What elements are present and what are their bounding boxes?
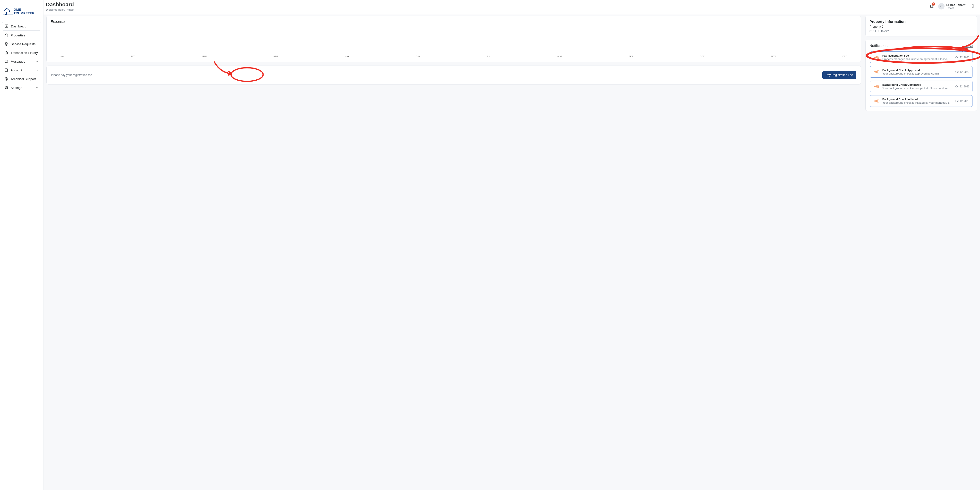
notification-item-pay-registration-fee[interactable]: Pay Registration Fee Property manager ha… bbox=[870, 51, 972, 63]
expense-title: Expense bbox=[51, 19, 857, 24]
nav-label: Service Requests bbox=[11, 42, 35, 46]
notification-title: Pay Registration Fee bbox=[882, 54, 953, 57]
month-label: JUL bbox=[487, 55, 491, 57]
svg-rect-5 bbox=[5, 69, 7, 71]
property-info-card: Property Information Property 2 315 E 12… bbox=[865, 16, 977, 36]
notifications-header: Notifications View All bbox=[869, 43, 973, 49]
notification-desc: Your background check is initiated by yo… bbox=[882, 101, 953, 104]
pay-registration-message: Please pay your registration fee bbox=[51, 73, 92, 77]
nav-label: Messages bbox=[11, 60, 25, 63]
notifications-view-all[interactable]: View All bbox=[964, 45, 973, 48]
notifications-card: Notifications View All Pay Registration … bbox=[865, 40, 977, 111]
expense-card: Expense JAN FEB MAR APR MAY JUN JUL AUG … bbox=[46, 16, 861, 62]
chevron-down-icon bbox=[35, 86, 39, 89]
notification-date: Oct 12, 2023 bbox=[956, 56, 969, 59]
month-label: JAN bbox=[60, 55, 64, 57]
notification-date: Oct 12, 2023 bbox=[956, 85, 969, 88]
support-icon bbox=[4, 77, 8, 81]
bank-icon bbox=[4, 51, 8, 55]
sidebar: OME TRUMPETER Dashboard Properties Servi… bbox=[0, 0, 43, 490]
notification-desc: Your background check is approved by Adm… bbox=[882, 72, 953, 75]
nav-label: Account bbox=[11, 68, 22, 72]
notifications-bell[interactable]: 4 bbox=[929, 3, 935, 10]
expense-months-axis: JAN FEB MAR APR MAY JUN JUL AUG SEP OCT … bbox=[51, 55, 857, 57]
property-address: 315 E 12th Ave bbox=[869, 29, 973, 33]
sidebar-item-messages[interactable]: Messages bbox=[2, 57, 41, 65]
sidebar-item-settings[interactable]: Settings bbox=[2, 84, 41, 92]
month-label: NOV bbox=[771, 55, 776, 57]
clipboard-icon bbox=[4, 68, 8, 72]
sidebar-nav: Dashboard Properties Service Requests Tr… bbox=[0, 22, 43, 92]
notifications-badge: 4 bbox=[932, 2, 935, 6]
brand-logo: OME TRUMPETER bbox=[0, 2, 43, 22]
svg-point-8 bbox=[6, 87, 7, 88]
sidebar-item-properties[interactable]: Properties bbox=[2, 31, 41, 39]
svg-rect-4 bbox=[5, 60, 8, 62]
content-left: Expense JAN FEB MAR APR MAY JUN JUL AUG … bbox=[46, 16, 861, 485]
chevron-down-icon bbox=[35, 60, 39, 63]
content: Expense JAN FEB MAR APR MAY JUN JUL AUG … bbox=[43, 15, 980, 490]
topbar-actions: 4 PT Prince Tenant Tenant bbox=[929, 3, 975, 10]
page-subtitle: Welcome back, Prince bbox=[46, 8, 74, 11]
nav-label: Properties bbox=[11, 33, 25, 37]
user-menu[interactable]: PT Prince Tenant Tenant bbox=[938, 3, 966, 10]
notification-item-background-check-completed[interactable]: Background Check Completed Your backgrou… bbox=[870, 81, 972, 92]
chevron-down-icon bbox=[35, 68, 39, 72]
user-text: Prince Tenant Tenant bbox=[947, 3, 966, 10]
month-label: MAY bbox=[345, 55, 349, 57]
annotation-circle-pay-button bbox=[212, 59, 265, 84]
brand-name: OME TRUMPETER bbox=[14, 8, 40, 15]
sidebar-item-service-requests[interactable]: Service Requests bbox=[2, 40, 41, 48]
month-label: DEC bbox=[843, 55, 847, 57]
megaphone-icon bbox=[873, 55, 880, 60]
house-logo-icon bbox=[3, 7, 13, 15]
gear-icon bbox=[4, 86, 8, 90]
topbar: Dashboard Welcome back, Prince 4 PT Prin… bbox=[43, 0, 980, 15]
notifications-list: Pay Registration Fee Property manager ha… bbox=[869, 51, 973, 107]
month-label: MAR bbox=[202, 55, 207, 57]
notification-title: Background Check Initiated bbox=[882, 98, 953, 101]
month-label: OCT bbox=[700, 55, 705, 57]
month-label: SEP bbox=[629, 55, 633, 57]
pay-registration-card: Please pay your registration fee Pay Reg… bbox=[46, 65, 861, 84]
page-title-block: Dashboard Welcome back, Prince bbox=[46, 2, 74, 11]
month-label: FEB bbox=[131, 55, 135, 57]
main: Dashboard Welcome back, Prince 4 PT Prin… bbox=[43, 0, 980, 490]
notifications-heading: Notifications bbox=[869, 43, 889, 48]
svg-point-9 bbox=[231, 68, 263, 81]
notification-title: Background Check Approved bbox=[882, 69, 953, 71]
notification-date: Oct 12, 2023 bbox=[956, 71, 969, 73]
user-name: Prince Tenant bbox=[947, 3, 966, 7]
sidebar-item-technical-support[interactable]: Technical Support bbox=[2, 75, 41, 83]
logout-icon bbox=[970, 4, 974, 8]
notification-date: Oct 12, 2023 bbox=[956, 100, 969, 103]
svg-marker-3 bbox=[5, 42, 8, 44]
layers-icon bbox=[4, 42, 8, 46]
notification-item-background-check-approved[interactable]: Background Check Approved Your backgroun… bbox=[870, 66, 972, 78]
sidebar-item-dashboard[interactable]: Dashboard bbox=[2, 22, 41, 30]
megaphone-icon bbox=[873, 84, 880, 89]
property-info-heading: Property Information bbox=[869, 19, 973, 24]
home-icon bbox=[4, 33, 8, 37]
avatar: PT bbox=[938, 3, 945, 10]
megaphone-icon bbox=[873, 98, 880, 104]
sidebar-item-account[interactable]: Account bbox=[2, 66, 41, 74]
user-role: Tenant bbox=[947, 7, 966, 10]
month-label: AUG bbox=[557, 55, 562, 57]
content-right: Property Information Property 2 315 E 12… bbox=[865, 16, 977, 485]
nav-label: Transaction History bbox=[11, 51, 38, 55]
nav-label: Settings bbox=[11, 86, 22, 90]
month-label: APR bbox=[274, 55, 278, 57]
chat-icon bbox=[4, 59, 8, 63]
nav-label: Dashboard bbox=[11, 25, 27, 28]
notification-item-background-check-initiated[interactable]: Background Check Initiated Your backgrou… bbox=[870, 95, 972, 107]
month-label: JUN bbox=[416, 55, 420, 57]
svg-point-6 bbox=[5, 78, 8, 80]
notification-desc: Your background check is completed. Plea… bbox=[882, 87, 953, 90]
megaphone-icon bbox=[873, 69, 880, 75]
svg-rect-0 bbox=[5, 12, 6, 14]
notification-desc: Property manager has initiate an agreeme… bbox=[882, 57, 953, 60]
logout-button[interactable] bbox=[969, 3, 975, 10]
pay-registration-button[interactable]: Pay Registration Fee bbox=[822, 71, 856, 79]
sidebar-item-transaction-history[interactable]: Transaction History bbox=[2, 49, 41, 57]
